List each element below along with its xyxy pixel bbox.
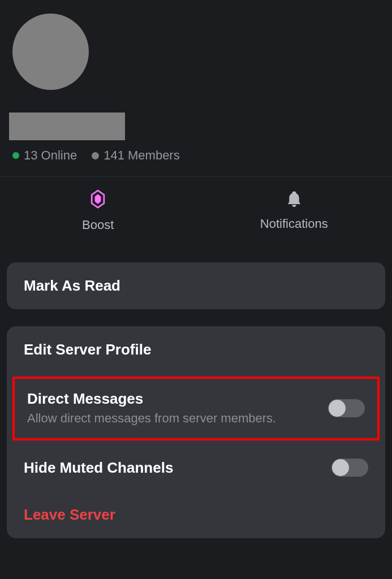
edit-profile-label: Edit Server Profile xyxy=(24,341,151,358)
notifications-label: Notifications xyxy=(260,217,328,231)
toggle-knob-icon xyxy=(332,459,349,476)
mark-read-card: Mark As Read xyxy=(7,262,385,309)
direct-messages-row[interactable]: Direct Messages Allow direct messages fr… xyxy=(15,379,377,438)
leave-server-button[interactable]: Leave Server xyxy=(7,491,385,538)
online-count-text: 13 Online xyxy=(24,148,77,163)
toggle-knob-icon xyxy=(329,400,346,417)
members-dot-icon xyxy=(92,152,99,159)
leave-server-label: Leave Server xyxy=(24,506,115,523)
server-status-row: 13 Online 141 Members xyxy=(12,148,383,163)
server-name-placeholder xyxy=(9,113,125,140)
direct-messages-text: Direct Messages Allow direct messages fr… xyxy=(27,390,328,426)
direct-messages-title: Direct Messages xyxy=(27,390,328,408)
hide-muted-toggle[interactable] xyxy=(331,459,368,477)
mark-as-read-label: Mark As Read xyxy=(24,277,120,295)
highlight-annotation: Direct Messages Allow direct messages fr… xyxy=(12,377,380,440)
members-count-text: 141 Members xyxy=(104,148,180,163)
boost-label: Boost xyxy=(82,218,114,232)
settings-content: Mark As Read Edit Server Profile Direct … xyxy=(0,248,392,538)
hide-muted-text: Hide Muted Channels xyxy=(24,459,331,477)
mark-as-read-button[interactable]: Mark As Read xyxy=(7,262,385,309)
server-avatar[interactable] xyxy=(12,14,89,90)
boost-icon xyxy=(91,189,105,209)
edit-server-profile-button[interactable]: Edit Server Profile xyxy=(7,326,385,373)
direct-messages-subtitle: Allow direct messages from server member… xyxy=(27,411,328,426)
settings-card: Edit Server Profile Direct Messages Allo… xyxy=(7,326,385,538)
bell-icon xyxy=(286,189,303,208)
direct-messages-toggle[interactable] xyxy=(328,399,365,417)
action-row: Boost Notifications xyxy=(0,177,392,248)
boost-button[interactable]: Boost xyxy=(0,189,196,232)
online-status-dot-icon xyxy=(12,152,19,159)
hide-muted-channels-row[interactable]: Hide Muted Channels xyxy=(7,444,385,491)
hide-muted-title: Hide Muted Channels xyxy=(24,459,331,477)
notifications-button[interactable]: Notifications xyxy=(196,189,393,232)
server-header: 13 Online 141 Members xyxy=(0,0,392,177)
